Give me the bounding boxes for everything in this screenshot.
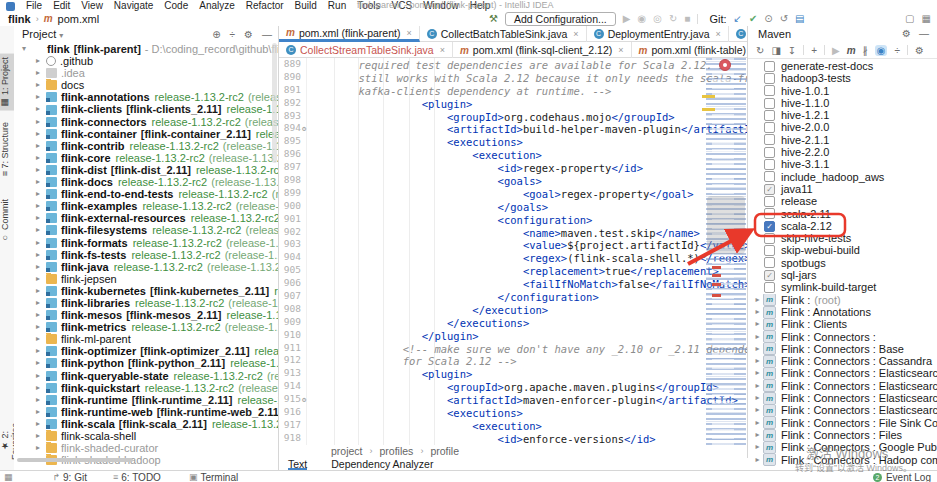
event-log-button[interactable]: 2Event Log <box>873 472 931 482</box>
stripe-item-favorites[interactable]: ★ 2: Favorites <box>0 412 14 470</box>
expand-icon[interactable]: ▸ <box>32 249 44 261</box>
project-tree-item[interactable]: ▸flink-filesystemsrelease-1.13.2-rc2(rel… <box>14 224 278 236</box>
collapse-all-icon[interactable]: ÷ <box>230 26 236 43</box>
maven-profile-item[interactable]: release <box>748 195 937 207</box>
bottom-tab-dependency-analyzer[interactable]: Dependency Analyzer <box>331 458 433 470</box>
expand-icon[interactable]: ▸ <box>752 331 763 343</box>
project-tree-item[interactable]: ▸flink-runtime-web[flink-runtime-web_2.1… <box>14 406 278 418</box>
menu-item-build[interactable]: Build <box>295 0 317 12</box>
editor-tab[interactable]: CCollectStreamTableSink.java× <box>279 42 453 58</box>
project-tree-item[interactable]: ▸flink-container[flink-container_2.11]re… <box>14 128 278 140</box>
expand-icon[interactable]: ▸ <box>32 55 44 67</box>
project-tree-item[interactable]: ▸flink-mesos[flink-mesos_2.11]release-1.… <box>14 309 278 321</box>
menu-item-run[interactable]: Run <box>328 0 346 12</box>
maven-profile-item[interactable]: hive-2.2.0 <box>748 146 937 158</box>
project-tree-item[interactable]: ▸flink-javarelease-1.13.2-rc2(release-1.… <box>14 261 278 273</box>
status-item-terminal[interactable]: ▣Terminal <box>189 472 238 482</box>
xml-breadcrumb-item[interactable]: profile <box>430 445 459 458</box>
maven-module-item[interactable]: ▸mFlink : Connectors : File Sink Common <box>748 417 937 429</box>
locate-icon[interactable]: ⊕ <box>212 26 220 43</box>
project-tree-item[interactable]: ▸flink-python[flink-python_2.11]release-… <box>14 357 278 369</box>
add-configuration-button[interactable]: Add Configuration... <box>505 12 616 26</box>
add-maven-project-icon[interactable]: + <box>811 45 817 56</box>
maven-module-item[interactable]: ▸mFlink : Connectors : Files <box>748 429 937 441</box>
project-tree-item[interactable]: ▸flink-end-to-end-testsrelease-1.13.2-rc… <box>14 188 278 200</box>
expand-icon[interactable]: ▸ <box>32 406 44 418</box>
maven-profile-item[interactable]: hive-1.0.1 <box>748 85 937 97</box>
maven-tree[interactable]: generate-rest-docshadoop3-testshive-1.0.… <box>748 60 937 470</box>
expand-icon[interactable]: ▸ <box>752 417 763 429</box>
project-tree-item[interactable]: ▸flink-corerelease-1.13.2-rc2(release-1.… <box>14 152 278 164</box>
maven-module-item[interactable]: ▸mFlink : Connectors : Elasticsearch bas… <box>748 404 937 416</box>
chevron-down-icon[interactable]: ▾ <box>59 31 63 40</box>
expand-icon[interactable]: ▸ <box>752 441 763 453</box>
profile-checkbox[interactable]: ✓ <box>764 221 775 232</box>
project-tree-item[interactable]: ▸flink-jepsen <box>14 273 278 285</box>
profile-checkbox[interactable] <box>764 147 775 158</box>
maven-settings-icon[interactable]: ⚙ <box>915 45 924 56</box>
expand-icon[interactable]: ▸ <box>32 345 44 357</box>
layout-icon[interactable]: ▤ <box>795 12 804 26</box>
maven-module-item[interactable]: ▸mFlink : Connectors : Cassandra <box>748 355 937 367</box>
expand-icon[interactable]: ▸ <box>752 454 763 466</box>
expand-icon[interactable]: ▸ <box>752 343 763 355</box>
maven-profile-item[interactable]: hive-2.1.1 <box>748 134 937 146</box>
menu-item-edit[interactable]: Edit <box>53 0 70 12</box>
expand-icon[interactable]: ▸ <box>32 91 44 103</box>
maven-profile-item[interactable]: hive-3.1.1 <box>748 158 937 170</box>
expand-icon[interactable]: ▸ <box>752 380 763 392</box>
editor-tab[interactable]: CCollectBatchTableSink.java× <box>420 26 587 42</box>
project-tree-item[interactable]: ▸.github <box>14 55 278 67</box>
maven-module-item[interactable]: ▸mFlink : Annotations <box>748 306 937 318</box>
settings-gear-icon[interactable]: ⚙ <box>244 26 253 43</box>
close-icon[interactable]: × <box>618 45 623 55</box>
expand-icon[interactable]: ▸ <box>32 285 44 297</box>
debug-icon[interactable]: ◉ <box>637 12 646 26</box>
hide-panel-icon[interactable]: ― <box>262 26 272 43</box>
project-tree-item[interactable]: ▸flink-formatsrelease-1.13.2-rc2(release… <box>14 237 278 249</box>
maven-profile-item[interactable]: hadoop3-tests <box>748 72 937 84</box>
maven-profile-item[interactable]: ✓sql-jars <box>748 269 937 281</box>
expand-icon[interactable]: ▸ <box>752 404 763 416</box>
expand-icon[interactable]: ▸ <box>32 200 44 212</box>
profile-checkbox[interactable] <box>764 61 775 72</box>
execute-maven-goal-icon[interactable]: m <box>847 45 856 56</box>
project-tree-item[interactable]: ▸flink-quickstartrelease-1.13.2-rc2(rele… <box>14 382 278 394</box>
profile-checkbox[interactable] <box>764 122 775 133</box>
project-tree-item[interactable]: ▾flink[flink-parent] - D:\coding_record\… <box>14 43 278 55</box>
close-icon[interactable]: × <box>716 29 721 39</box>
skip-tests-icon[interactable]: ∦ <box>863 45 868 56</box>
profile-checkbox[interactable] <box>764 98 775 109</box>
restore-layout-icon[interactable]: ▢ <box>905 12 914 26</box>
tool-window-switcher-icon[interactable]: ▦ <box>4 472 13 482</box>
editor-tab[interactable]: CDeploymentEntry.java× <box>587 26 729 42</box>
expand-icon[interactable]: ▸ <box>32 103 44 115</box>
stripe-item-structure[interactable]: ≡ 7: Structure <box>0 119 14 179</box>
expand-icon[interactable]: ▸ <box>32 140 44 152</box>
maven-module-item[interactable]: ▸mFlink : Connectors : Hadoop compatibil… <box>748 454 937 466</box>
expand-icon[interactable]: ▸ <box>32 273 44 285</box>
project-tree-item[interactable]: ▸flink-scala-shell <box>14 430 278 442</box>
expand-icon[interactable]: ▸ <box>32 116 44 128</box>
expand-icon[interactable]: ▸ <box>32 237 44 249</box>
editor-breadcrumb[interactable]: project›profiles›profile <box>279 445 747 458</box>
profile-checkbox[interactable] <box>764 159 775 170</box>
project-tree-item[interactable]: ▸flink-queryable-staterelease-1.13.2-rc2… <box>14 370 278 382</box>
project-tree-item[interactable]: ▸flink-clients[flink-clients_2.11]releas… <box>14 103 278 115</box>
breadcrumb-project[interactable]: flink <box>8 12 31 26</box>
stop-icon[interactable]: ■ <box>684 12 690 26</box>
profile-checkbox[interactable]: ✓ <box>764 184 775 195</box>
maven-module-item[interactable]: ▸mFlink : Connectors : Elasticsearch 5 <box>748 367 937 379</box>
maven-profile-item[interactable]: spotbugs <box>748 257 937 269</box>
expand-icon[interactable]: ▸ <box>32 212 44 224</box>
expand-icon[interactable]: ▸ <box>752 355 763 367</box>
project-tree-item[interactable]: ▸flink-metricsrelease-1.13.2-rc2(release… <box>14 321 278 333</box>
maven-profile-item[interactable]: generate-rest-docs <box>748 60 937 72</box>
project-tree-item[interactable]: ▸flink-ml-parent <box>14 333 278 345</box>
project-panel-title[interactable]: Project <box>22 28 56 40</box>
expand-icon[interactable]: ▸ <box>752 392 763 404</box>
maven-module-item[interactable]: ▸mFlink : Connectors : Base <box>748 343 937 355</box>
expand-icon[interactable]: ▸ <box>32 418 44 430</box>
maven-profile-item[interactable]: ✓scala-2.12 <box>748 220 937 232</box>
project-tree-item[interactable]: ▸flink-scala[flink-scala_2.11]release-1.… <box>14 418 278 430</box>
